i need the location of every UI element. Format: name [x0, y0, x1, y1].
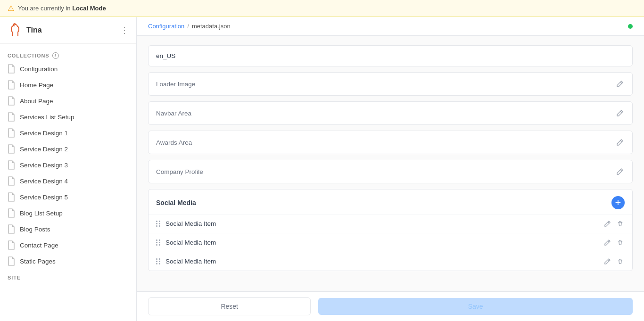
social-item-actions: [603, 238, 625, 247]
doc-icon: [8, 144, 15, 154]
sidebar-item-service-design-4[interactable]: Service Design 4: [0, 173, 136, 189]
sidebar-item-label: Home Page: [20, 82, 53, 89]
sidebar-nav: COLLECTIONS i Configuration Home Page Ab…: [0, 44, 136, 321]
social-media-section: Social Media + Social Media Item: [148, 189, 633, 271]
social-item-edit-button[interactable]: [603, 219, 612, 228]
doc-icon: [8, 80, 15, 90]
doc-icon: [8, 256, 15, 266]
pencil-icon: [616, 139, 624, 146]
main-layout: Tina ⋮ COLLECTIONS i Configuration Home …: [0, 17, 644, 321]
pencil-icon: [616, 168, 624, 175]
banner-mode: Local Mode: [72, 5, 106, 12]
company-profile-label: Company Profile: [156, 168, 203, 175]
sidebar: Tina ⋮ COLLECTIONS i Configuration Home …: [0, 17, 137, 321]
svg-point-0: [14, 25, 15, 26]
drag-handle[interactable]: [156, 221, 161, 227]
awards-area-field[interactable]: Awards Area: [148, 131, 633, 154]
pencil-icon: [616, 80, 624, 88]
social-media-item-3: Social Media Item: [149, 252, 632, 271]
loader-image-edit-button[interactable]: [615, 79, 625, 89]
site-section-label: SITE: [0, 269, 136, 282]
navbar-area-label: Navbar Area: [156, 110, 191, 117]
drag-handle[interactable]: [156, 239, 161, 246]
doc-icon: [8, 192, 15, 202]
collections-label: COLLECTIONS i: [0, 49, 136, 61]
pencil-icon: [604, 258, 611, 265]
add-social-media-button[interactable]: +: [611, 196, 625, 209]
sidebar-item-static-pages[interactable]: Static Pages: [0, 253, 136, 269]
drag-handle[interactable]: [156, 258, 161, 264]
sidebar-item-service-design-2[interactable]: Service Design 2: [0, 141, 136, 157]
social-media-title: Social Media: [156, 199, 196, 206]
app-logo: Tina: [8, 23, 42, 38]
breadcrumb-current: metadata.json: [192, 23, 231, 30]
social-item-label: Social Media Item: [165, 239, 598, 246]
warning-icon: ⚠: [8, 4, 14, 13]
loader-image-field[interactable]: Loader Image: [148, 72, 633, 96]
sidebar-item-label: Service Design 2: [20, 146, 68, 153]
status-indicator: [628, 24, 633, 29]
company-profile-field[interactable]: Company Profile: [148, 160, 633, 183]
doc-icon: [8, 64, 15, 74]
sidebar-item-label: Configuration: [20, 66, 58, 73]
pencil-icon: [604, 220, 611, 227]
sidebar-item-label: Contact Page: [20, 242, 58, 249]
social-item-edit-button[interactable]: [603, 238, 612, 247]
content-area: Configuration / metadata.json en_US Load…: [137, 17, 644, 321]
sidebar-item-label: Blog Posts: [20, 226, 50, 233]
doc-icon: [8, 128, 15, 138]
plus-icon: +: [615, 198, 621, 208]
doc-icon: [8, 224, 15, 234]
navbar-area-field[interactable]: Navbar Area: [148, 101, 633, 125]
breadcrumb-configuration-link[interactable]: Configuration: [148, 23, 184, 30]
doc-icon: [8, 112, 15, 122]
navbar-area-edit-button[interactable]: [615, 108, 625, 118]
banner-prefix: You are currently in: [18, 5, 72, 12]
sidebar-item-blog-posts[interactable]: Blog Posts: [0, 221, 136, 237]
pencil-icon: [616, 109, 624, 117]
trash-icon: [617, 258, 624, 265]
sidebar-item-contact-page[interactable]: Contact Page: [0, 237, 136, 253]
social-item-label: Social Media Item: [165, 220, 598, 227]
social-item-edit-button[interactable]: [603, 257, 612, 266]
social-item-delete-button[interactable]: [616, 257, 625, 266]
sidebar-item-label: Service Design 1: [20, 130, 68, 137]
doc-icon: [8, 96, 15, 106]
reset-button[interactable]: Reset: [148, 297, 311, 315]
sidebar-item-label: Service Design 3: [20, 162, 68, 169]
collections-info-icon[interactable]: i: [52, 52, 59, 59]
sidebar-item-blog-list-setup[interactable]: Blog List Setup: [0, 205, 136, 221]
awards-area-edit-button[interactable]: [615, 138, 625, 147]
company-profile-edit-button[interactable]: [615, 167, 625, 176]
social-item-actions: [603, 219, 625, 228]
social-media-header: Social Media +: [149, 189, 632, 214]
sidebar-item-service-design-5[interactable]: Service Design 5: [0, 189, 136, 205]
breadcrumb: Configuration / metadata.json: [148, 23, 231, 30]
form-content: en_US Loader Image Navbar Area: [137, 36, 644, 291]
sidebar-item-label: Blog List Setup: [20, 210, 63, 217]
banner-text: You are currently in Local Mode: [18, 5, 106, 12]
locale-value: en_US: [156, 52, 175, 59]
sidebar-item-label: Service Design 5: [20, 194, 68, 201]
sidebar-item-about-page[interactable]: About Page: [0, 93, 136, 109]
social-item-delete-button[interactable]: [616, 219, 625, 228]
sidebar-menu-dots[interactable]: ⋮: [120, 25, 129, 35]
social-item-delete-button[interactable]: [616, 238, 625, 247]
sidebar-item-services-list-setup[interactable]: Services List Setup: [0, 109, 136, 125]
save-button[interactable]: Save: [318, 298, 633, 315]
sidebar-item-service-design-1[interactable]: Service Design 1: [0, 125, 136, 141]
sidebar-header: Tina ⋮: [0, 17, 136, 44]
app-title: Tina: [26, 26, 42, 34]
sidebar-item-service-design-3[interactable]: Service Design 3: [0, 157, 136, 173]
sidebar-item-configuration[interactable]: Configuration: [0, 61, 136, 77]
llama-icon: [8, 23, 23, 38]
social-item-actions: [603, 257, 625, 266]
doc-icon: [8, 176, 15, 186]
locale-field: en_US: [148, 45, 633, 66]
doc-icon: [8, 240, 15, 250]
trash-icon: [617, 239, 624, 246]
loader-image-label: Loader Image: [156, 81, 195, 88]
doc-icon: [8, 208, 15, 218]
sidebar-item-home-page[interactable]: Home Page: [0, 77, 136, 93]
social-media-item-2: Social Media Item: [149, 233, 632, 252]
